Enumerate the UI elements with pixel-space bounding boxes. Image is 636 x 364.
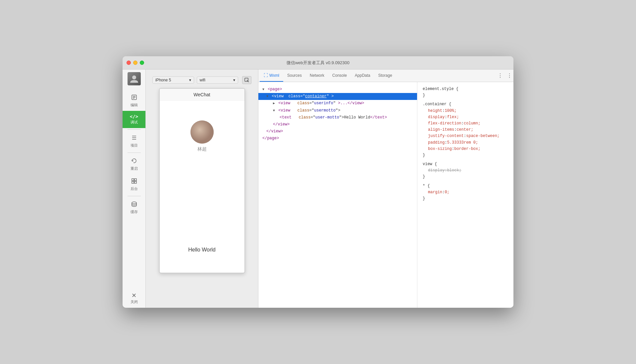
tab-appdata[interactable]: AppData [351, 69, 374, 82]
network-name: wifi [200, 78, 205, 82]
phone-app-title: WeChat [193, 92, 210, 97]
phone-content: 林超 Hello World [160, 101, 244, 273]
device-select-arrow: ▾ [189, 78, 191, 82]
sidebar-item-debug-label: 调试 [131, 120, 138, 125]
svg-line-14 [247, 80, 249, 82]
xml-line-view-container[interactable]: ▼ <view class="container" > [258, 93, 417, 100]
close-button[interactable] [127, 61, 131, 65]
svg-rect-8 [132, 179, 134, 181]
svg-rect-9 [134, 179, 136, 181]
debug-icon: </> [130, 114, 138, 119]
sidebar-item-close[interactable]: ✕ 关闭 [123, 289, 145, 308]
css-rule-star: * { margin:0; } [423, 183, 508, 202]
sidebar-divider-2 [128, 153, 141, 153]
inspector-content: ▼ <page> ▼ <view class="container" > ▶ <… [258, 82, 513, 308]
css-rule-container: .container { height:100%; display:flex; … [423, 101, 508, 159]
titlebar: 微信web开发者工具 v0.9.092300 [123, 56, 513, 69]
minimize-button[interactable] [133, 61, 137, 65]
tab-console-label: Console [332, 73, 347, 78]
hello-world-text: Hello World [188, 247, 215, 253]
phone-frame: WeChat [159, 88, 245, 273]
phone-titlebar: WeChat [160, 89, 244, 101]
xml-line-page-open[interactable]: ▼ <page> [258, 86, 417, 93]
css-selector-element-style: element.style { [423, 86, 508, 92]
user-avatar-image [190, 120, 214, 144]
css-panel: element.style { } .container { height:10… [417, 82, 513, 308]
sidebar-item-restart[interactable]: 重启 [123, 154, 145, 174]
xml-panel: ▼ <page> ▼ <view class="container" > ▶ <… [258, 82, 417, 308]
xml-line-userinfo[interactable]: ▶ <view class="userinfo" >...</view> [258, 100, 417, 107]
tab-wxml-label: Wxml [269, 73, 279, 78]
tab-network[interactable]: Network [306, 69, 328, 82]
main-body: 编辑 </> 调试 项目 [123, 69, 513, 308]
tab-network-label: Network [310, 73, 324, 78]
tab-storage[interactable]: Storage [374, 69, 396, 82]
project-icon [131, 134, 137, 142]
backend-icon [131, 178, 137, 185]
user-info-section: 林超 [190, 120, 214, 152]
restart-icon [131, 158, 137, 165]
css-prop-display-view: display:block; [423, 167, 508, 174]
css-prop-flex-direction: flex-direction:column; [423, 120, 508, 127]
tab-storage-label: Storage [378, 73, 392, 78]
css-selector-view: view { [423, 161, 508, 167]
css-prop-display: display:flex; [423, 114, 508, 120]
device-name: iPhone 5 [155, 78, 171, 82]
css-prop-height: height:100%; [423, 108, 508, 114]
tab-wxml[interactable]: ⛶ Wxml [260, 69, 283, 82]
sidebar-item-debug[interactable]: </> 调试 [123, 111, 145, 128]
css-rule-element-style: element.style { } [423, 86, 508, 99]
device-select[interactable]: iPhone 5 ▾ [152, 76, 194, 84]
xml-line-view-close[interactable]: </view> [258, 121, 417, 128]
sidebar-item-cache-label: 缓存 [131, 209, 138, 214]
tab-appdata-label: AppData [355, 73, 370, 78]
css-prop-align-items: align-items:center; [423, 127, 508, 133]
more-tabs-button[interactable]: ⋮ [495, 69, 505, 82]
triangle-view: ▼ [266, 95, 268, 98]
sidebar-item-edit[interactable]: 编辑 [123, 91, 145, 111]
css-prop-justify-content: justify-content:space-between; [423, 133, 508, 139]
css-close-star: } [423, 196, 508, 202]
maximize-button[interactable] [140, 61, 144, 65]
xml-line-page-close[interactable]: </page> [258, 135, 417, 142]
svg-point-0 [132, 75, 136, 79]
inspector-panel: ⛶ Wxml Sources Network Console AppData S… [258, 69, 513, 308]
triangle-page: ▼ [262, 88, 264, 91]
sidebar-item-backend-label: 后台 [131, 186, 138, 191]
inspect-cursor-icon: ⛶ [264, 73, 268, 78]
css-prop-margin: margin:0; [423, 189, 508, 196]
settings-icon: ⋮ [507, 72, 512, 79]
network-select[interactable]: wifi ▾ [197, 76, 238, 84]
xml-line-usermotto[interactable]: ▼ <view class="usermotto"> [258, 107, 417, 114]
edit-icon [131, 94, 137, 102]
css-close-element-style: } [423, 92, 508, 99]
svg-rect-11 [134, 181, 136, 183]
cache-icon [131, 201, 137, 208]
sidebar-divider-1 [128, 129, 141, 130]
sidebar: 编辑 </> 调试 项目 [123, 69, 146, 308]
tab-console[interactable]: Console [328, 69, 351, 82]
css-close-view: } [423, 174, 508, 180]
sidebar-item-close-label: 关闭 [131, 299, 138, 304]
xml-line-text-motto[interactable]: <text class="user-motto">Hello World</te… [258, 114, 417, 121]
sidebar-item-project[interactable]: 项目 [123, 131, 145, 151]
inspect-icon [244, 77, 249, 83]
sidebar-item-edit-label: 编辑 [131, 103, 138, 108]
sidebar-item-project-label: 项目 [131, 143, 138, 148]
traffic-lights [127, 61, 144, 65]
xml-line-view-close2[interactable]: </view> [258, 128, 417, 135]
settings-button[interactable]: ⋮ [507, 69, 512, 82]
sidebar-item-cache[interactable]: 缓存 [123, 198, 145, 218]
sidebar-item-restart-label: 重启 [131, 166, 138, 171]
avatar-placeholder [128, 72, 141, 85]
svg-rect-10 [132, 181, 134, 183]
css-selector-container: .container { [423, 101, 508, 108]
tab-sources[interactable]: Sources [283, 69, 306, 82]
network-select-arrow: ▾ [233, 78, 235, 82]
app-window: 微信web开发者工具 v0.9.092300 [123, 56, 513, 308]
inspect-button[interactable] [242, 76, 251, 84]
tab-sources-label: Sources [287, 73, 302, 78]
sidebar-item-backend[interactable]: 后台 [123, 174, 145, 195]
css-selector-star: * { [423, 183, 508, 189]
device-selector-row: iPhone 5 ▾ wifi ▾ [146, 76, 258, 84]
